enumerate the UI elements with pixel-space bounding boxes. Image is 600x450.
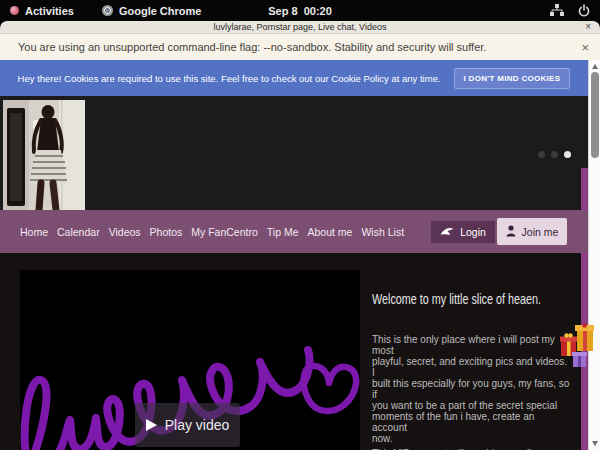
main-nav: HomeCalendarVideosPhotosMy FanCentroTip … <box>0 210 588 253</box>
nav-links: HomeCalendarVideosPhotosMy FanCentroTip … <box>20 226 404 238</box>
scrollbar-thumb[interactable] <box>591 72 599 158</box>
window-title: luvlylarae, Pornstar page, Live chat, Vi… <box>214 22 387 32</box>
nav-link[interactable]: My FanCentro <box>191 226 258 238</box>
activities-button[interactable]: Activities <box>10 5 74 17</box>
infobar-close-icon[interactable]: × <box>581 40 589 55</box>
cookie-message: Hey there! Cookies are required to use t… <box>18 73 441 84</box>
carousel-dots <box>538 151 571 158</box>
activities-label: Activities <box>25 5 74 17</box>
infobar-message: You are using an unsupported command-lin… <box>18 41 486 53</box>
scrollbar-down-icon[interactable] <box>592 441 598 446</box>
chrome-infobar: You are using an unsupported command-lin… <box>0 33 600 60</box>
activities-dot-icon <box>10 6 19 15</box>
welcome-heading: Welcome to my little slice of heaen. <box>372 291 515 307</box>
about-paragraph-1: This is the only place where i will post… <box>372 334 570 444</box>
page-viewport: Hey there! Cookies are required to use t… <box>0 60 600 450</box>
app-menu-button[interactable]: Google Chrome <box>102 5 202 17</box>
join-me-label: Join me <box>522 226 559 238</box>
login-label: Login <box>460 226 486 238</box>
scrollbar-up-icon[interactable] <box>592 64 598 69</box>
scrollbar[interactable] <box>588 60 600 450</box>
nav-link[interactable]: About me <box>308 226 353 238</box>
profile-photo[interactable] <box>3 100 85 210</box>
app-menu-label: Google Chrome <box>119 5 202 17</box>
play-icon <box>146 419 157 431</box>
carousel-dot-2[interactable] <box>551 151 558 158</box>
login-button[interactable]: Login <box>431 221 495 243</box>
carousel-dot-3-active[interactable] <box>564 151 571 158</box>
person-icon <box>506 225 516 239</box>
gnome-top-bar: Activities Google Chrome Sep 8 00:20 <box>0 0 600 21</box>
network-icon[interactable] <box>550 4 564 17</box>
gifts-icon[interactable] <box>560 323 596 373</box>
about-column: Welcome to my little slice of heaen. Thi… <box>372 291 570 450</box>
nav-link[interactable]: Photos <box>150 226 183 238</box>
login-arrow-icon <box>440 225 454 238</box>
cookie-banner: Hey there! Cookies are required to use t… <box>0 60 588 96</box>
clock[interactable]: Sep 8 00:20 <box>268 5 332 17</box>
play-video-button[interactable]: Play video <box>135 403 240 447</box>
browser-title-bar: luvlylarae, Pornstar page, Live chat, Vi… <box>0 21 600 33</box>
main-content: Play video Welcome to my little slice of… <box>0 253 588 450</box>
play-video-label: Play video <box>165 417 230 433</box>
hero-carousel <box>0 96 588 210</box>
chrome-icon <box>102 5 113 16</box>
nav-link[interactable]: Calendar <box>57 226 100 238</box>
nav-link[interactable]: Wish List <box>361 226 404 238</box>
nav-link[interactable]: Videos <box>109 226 141 238</box>
power-icon[interactable] <box>578 4 590 17</box>
video-player[interactable]: Play video <box>20 270 360 450</box>
carousel-dot-1[interactable] <box>538 151 545 158</box>
join-me-button[interactable]: Join me <box>497 218 567 245</box>
nav-link[interactable]: Tip Me <box>267 226 299 238</box>
nav-link[interactable]: Home <box>20 226 48 238</box>
accept-cookies-button[interactable]: I DON'T MIND COOKIES <box>454 68 571 89</box>
desktop-screen: Activities Google Chrome Sep 8 00:20 <box>0 0 600 450</box>
window-close-button[interactable]: × <box>585 21 591 33</box>
nav-actions: Login Join me <box>431 210 567 253</box>
